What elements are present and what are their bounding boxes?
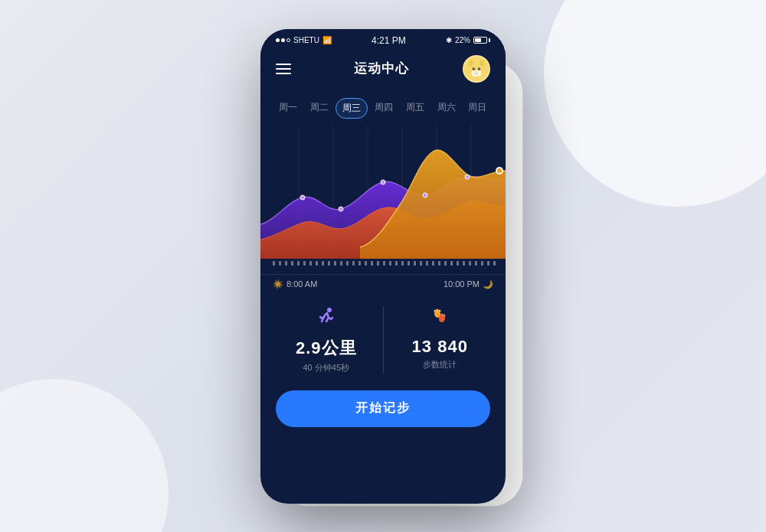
start-button[interactable]: 开始记步 (276, 390, 490, 427)
avatar-image (464, 55, 489, 83)
steps-label: 步数统计 (423, 359, 457, 370)
svg-rect-11 (472, 70, 481, 76)
svg-rect-62 (493, 261, 496, 266)
svg-point-6 (473, 67, 476, 70)
battery-indicator (473, 37, 490, 44)
svg-rect-29 (291, 261, 293, 266)
svg-rect-52 (432, 261, 434, 266)
tab-friday[interactable]: 周五 (400, 98, 430, 119)
svg-point-25 (497, 168, 502, 173)
dot3 (286, 38, 290, 42)
svg-rect-45 (389, 261, 391, 266)
carrier-name: SHETU (293, 36, 319, 44)
signal-dots (276, 38, 290, 42)
footsteps-svg (429, 306, 450, 328)
svg-rect-51 (426, 261, 428, 266)
running-icon (316, 306, 337, 332)
svg-rect-59 (475, 261, 477, 266)
app-header: 运动中心 (260, 49, 506, 92)
moon-icon: 🌙 (483, 279, 493, 289)
bg-decoration-1 (544, 0, 766, 207)
svg-rect-34 (322, 261, 324, 266)
svg-point-66 (434, 309, 437, 312)
svg-rect-61 (487, 261, 489, 266)
svg-rect-37 (340, 261, 342, 266)
tab-sunday[interactable]: 周日 (462, 98, 493, 119)
svg-point-20 (339, 207, 343, 211)
dot1 (276, 38, 280, 42)
stats-divider (383, 306, 384, 374)
tab-wednesday[interactable]: 周三 (336, 98, 368, 119)
steps-value: 13 840 (412, 337, 468, 357)
svg-point-9 (479, 67, 480, 68)
svg-rect-26 (273, 261, 275, 266)
svg-point-67 (437, 308, 439, 311)
svg-rect-40 (358, 261, 361, 266)
phone-frame: SHETU 📶 4:21 PM ✱ 22% 运动中心 (260, 29, 506, 504)
svg-point-22 (423, 193, 427, 197)
svg-point-69 (439, 314, 441, 316)
svg-rect-38 (346, 261, 349, 266)
svg-rect-39 (352, 261, 355, 266)
svg-rect-36 (334, 261, 336, 266)
end-time: 10:00 PM 🌙 (444, 279, 493, 289)
status-right: ✱ 22% (446, 36, 490, 44)
activity-chart (260, 125, 506, 274)
svg-rect-28 (285, 261, 287, 266)
svg-rect-43 (377, 261, 379, 266)
svg-point-71 (444, 314, 446, 316)
battery-percent: 22% (455, 36, 470, 44)
svg-rect-49 (414, 261, 416, 266)
svg-rect-57 (463, 261, 465, 266)
status-left: SHETU 📶 (276, 36, 332, 44)
svg-point-68 (439, 309, 441, 312)
svg-rect-33 (316, 261, 318, 266)
svg-rect-53 (438, 261, 440, 266)
distance-value: 2.9公里 (296, 337, 357, 360)
svg-rect-32 (309, 261, 312, 266)
dot2 (281, 38, 285, 42)
svg-point-19 (300, 195, 305, 200)
wifi-icon: 📶 (322, 36, 332, 44)
svg-rect-35 (328, 261, 330, 266)
svg-rect-48 (408, 261, 410, 266)
menu-button[interactable] (276, 57, 300, 81)
week-tabs: 周一 周二 周三 周四 周五 周六 周日 (260, 92, 506, 125)
menu-line-1 (276, 64, 291, 65)
svg-rect-41 (365, 261, 367, 266)
svg-rect-31 (303, 261, 306, 266)
tab-saturday[interactable]: 周六 (431, 98, 462, 119)
distance-label: 40 分钟45秒 (303, 362, 349, 374)
svg-point-63 (327, 308, 332, 312)
runner-svg (316, 306, 337, 328)
start-time-text: 8:00 AM (286, 279, 317, 289)
tab-tuesday[interactable]: 周二 (304, 98, 335, 119)
bg-decoration-2 (0, 379, 169, 532)
svg-rect-30 (297, 261, 300, 266)
tab-thursday[interactable]: 周四 (368, 98, 399, 119)
svg-rect-55 (450, 261, 453, 266)
steps-stat: 13 840 步数统计 (390, 306, 491, 374)
svg-rect-54 (444, 261, 447, 266)
page-title: 运动中心 (354, 60, 409, 77)
status-bar: SHETU 📶 4:21 PM ✱ 22% (260, 29, 506, 49)
battery-body (473, 37, 487, 44)
battery-fill (475, 38, 481, 42)
tab-monday[interactable]: 周一 (273, 98, 303, 119)
svg-point-8 (473, 67, 474, 68)
sun-icon: ☀️ (273, 279, 283, 289)
battery-tip (489, 38, 490, 42)
avatar[interactable] (463, 55, 490, 83)
bluetooth-icon: ✱ (446, 36, 452, 44)
end-time-text: 10:00 PM (444, 279, 480, 289)
footsteps-icon (429, 306, 450, 332)
svg-point-21 (381, 180, 385, 184)
start-time: ☀️ 8:00 AM (273, 279, 317, 289)
time-axis: ☀️ 8:00 AM 10:00 PM 🌙 (260, 274, 506, 294)
svg-point-23 (465, 175, 470, 179)
svg-rect-42 (371, 261, 373, 266)
distance-stat: 2.9公里 40 分钟45秒 (276, 306, 377, 374)
svg-rect-60 (481, 261, 483, 266)
svg-rect-58 (469, 261, 471, 266)
svg-rect-47 (401, 261, 404, 266)
